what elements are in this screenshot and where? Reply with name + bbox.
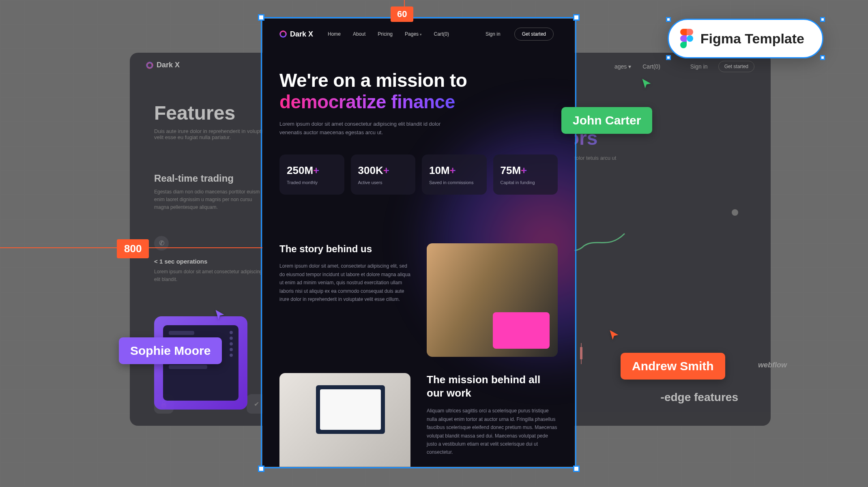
pill-handle-nw[interactable]	[666, 17, 671, 22]
mission-body: Aliquam ultrices sagittis orci a sceleri…	[427, 407, 558, 456]
collaborator-tag-andrew[interactable]: Andrew Smith	[621, 353, 725, 380]
story-photo-2	[279, 373, 410, 467]
nav-home[interactable]: Home	[328, 31, 341, 37]
nav-signin[interactable]: Sign in	[486, 31, 501, 37]
pill-handle-sw[interactable]	[666, 55, 671, 60]
stat-value: 10M	[429, 164, 450, 176]
cursor-andrew-icon	[608, 329, 620, 341]
pill-handle-se[interactable]	[820, 55, 825, 60]
nav-pricing[interactable]: Pricing	[378, 31, 393, 37]
bg-right-nav-pages: ages ▾	[614, 63, 631, 70]
stat-plus: +	[313, 164, 319, 176]
collaborator-tag-john[interactable]: John Carter	[561, 107, 652, 134]
logo[interactable]: Dark X	[279, 30, 313, 39]
bg-left-subfeat-1-body: Lorem ipsum dolor sit amet consectetur a…	[154, 268, 268, 283]
stat-card: 75M+ Capital in funding	[493, 154, 558, 195]
main-artboard[interactable]: Dark X Home About Pricing Pages Cart(0) …	[262, 19, 575, 467]
hero-section: We're on a mission to democratize financ…	[262, 49, 575, 137]
story-body: Lorem ipsum dolor sit amet, consectetur …	[279, 262, 410, 303]
main-nav: Dark X Home About Pricing Pages Cart(0) …	[262, 19, 575, 49]
pill-handle-ne[interactable]	[820, 17, 825, 22]
webflow-badge: webflow	[758, 361, 787, 369]
stat-card: 250M+ Traded monthly	[279, 154, 344, 195]
stat-plus: +	[450, 164, 456, 176]
bg-right-nav-signin: Sign in	[690, 63, 708, 70]
figma-template-label: Figma Template	[700, 31, 804, 47]
figma-logo-icon	[680, 29, 693, 48]
collaborator-tag-sophie[interactable]: Sophie Moore	[119, 337, 222, 364]
bg-right-nav-cart: Cart(0)	[642, 63, 660, 70]
stat-label: Capital in funding	[501, 180, 551, 185]
nav-get-started-button[interactable]: Get started	[514, 28, 554, 41]
stat-card: 10M+ Saved in commissions	[422, 154, 487, 195]
measure-badge-800: 800	[117, 239, 149, 258]
cursor-john-icon	[641, 78, 652, 89]
hero-body: Lorem ipsum dolor sit amet consectetur a…	[279, 120, 458, 137]
nav-cart[interactable]: Cart(0)	[434, 31, 449, 37]
stat-card: 300K+ Active users	[351, 154, 416, 195]
mission-title: The mission behind all our work	[427, 373, 558, 399]
stat-plus: +	[383, 164, 389, 176]
bg-right-nav-cta: Get started	[718, 61, 754, 72]
figma-template-pill[interactable]: Figma Template	[668, 19, 823, 58]
mission-section: The mission behind all our work Aliquam …	[262, 357, 575, 467]
stat-value: 75M	[501, 164, 521, 176]
bg-left-logo: Dark X	[146, 61, 180, 69]
story-section: The story behind us Lorem ipsum dolor si…	[262, 195, 575, 357]
hero-heading: We're on a mission to democratize financ…	[279, 70, 558, 113]
stats-row: 250M+ Traded monthly 300K+ Active users …	[262, 137, 575, 195]
bg-left-brand: Dark X	[157, 61, 180, 69]
stat-label: Saved in commissions	[429, 180, 479, 185]
phone-icon: ✆	[154, 236, 169, 251]
nav-pages[interactable]: Pages	[405, 31, 422, 37]
nav-about[interactable]: About	[353, 31, 365, 37]
logo-ring-icon	[279, 30, 287, 38]
stat-value: 300K	[358, 164, 383, 176]
bg-right-edge-title: -edge features	[661, 391, 738, 404]
story-photo-1	[427, 243, 558, 357]
stat-label: Traded monthly	[287, 180, 337, 185]
stat-plus: +	[521, 164, 527, 176]
bg-left-subfeat-1: < 1 sec operations	[154, 258, 268, 265]
story-title: The story behind us	[279, 243, 410, 255]
bg-left-feat-body: Egestas diam non odio maecenas porttitor…	[154, 188, 268, 212]
cursor-sophie-icon	[214, 309, 226, 320]
stat-label: Active users	[358, 180, 408, 185]
stat-value: 250M	[287, 164, 313, 176]
chart-dot-icon	[732, 209, 738, 216]
brand-name: Dark X	[290, 30, 313, 39]
